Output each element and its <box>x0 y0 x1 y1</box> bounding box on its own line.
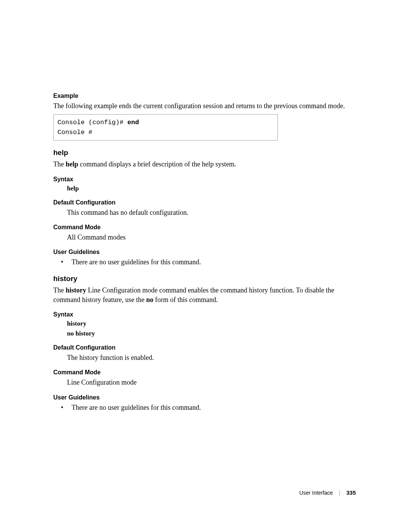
example-code-block: Console (config)# end Console # <box>53 114 278 141</box>
help-mode-heading: Command Mode <box>53 224 358 231</box>
help-syntax-heading: Syntax <box>53 176 358 183</box>
help-default-heading: Default Configuration <box>53 199 358 206</box>
history-guidelines-list: There are no user guidelines for this co… <box>61 403 358 412</box>
list-item: There are no user guidelines for this co… <box>61 257 358 267</box>
footer-section: User Interface <box>299 490 333 496</box>
help-intro: The help command displays a brief descri… <box>53 160 358 169</box>
code-line-1: Console (config)# end <box>57 118 274 128</box>
history-intro-post: form of this command. <box>153 296 218 304</box>
history-syntax-item-1: history <box>67 320 358 328</box>
example-description: The following example ends the current c… <box>53 101 358 110</box>
history-syntax-heading: Syntax <box>53 311 358 318</box>
code-command: end <box>127 119 139 126</box>
help-default-text: This command has no default configuratio… <box>67 208 358 217</box>
history-default-heading: Default Configuration <box>53 344 358 351</box>
help-guidelines-heading: User Guidelines <box>53 249 358 256</box>
help-intro-bold: help <box>65 160 78 168</box>
example-heading: Example <box>53 93 358 99</box>
help-intro-pre: The <box>53 160 65 168</box>
history-intro-pre: The <box>53 286 65 294</box>
help-mode-text: All Command modes <box>67 233 358 242</box>
history-default-text: The history function is enabled. <box>67 353 358 362</box>
history-intro-bold1: history <box>65 286 86 294</box>
history-mode-heading: Command Mode <box>53 369 358 376</box>
history-syntax-item-2: no history <box>67 330 358 337</box>
history-mode-text: Line Configuration mode <box>67 378 358 387</box>
history-intro-bold2: no <box>146 296 153 304</box>
help-guidelines-list: There are no user guidelines for this co… <box>61 257 358 267</box>
help-syntax-item: help <box>67 185 358 192</box>
history-heading: history <box>53 275 358 283</box>
code-line-2: Console # <box>57 128 274 137</box>
code-prefix: Console (config)# <box>57 119 127 126</box>
footer-separator: | <box>339 490 340 496</box>
history-intro: The history Line Configuration mode comm… <box>53 286 358 304</box>
footer-page-number: 335 <box>346 489 356 496</box>
help-intro-post: command displays a brief description of … <box>78 160 236 168</box>
page-footer: User Interface | 335 <box>299 489 356 496</box>
list-item: There are no user guidelines for this co… <box>61 403 358 412</box>
help-heading: help <box>53 149 358 157</box>
history-guidelines-heading: User Guidelines <box>53 394 358 401</box>
